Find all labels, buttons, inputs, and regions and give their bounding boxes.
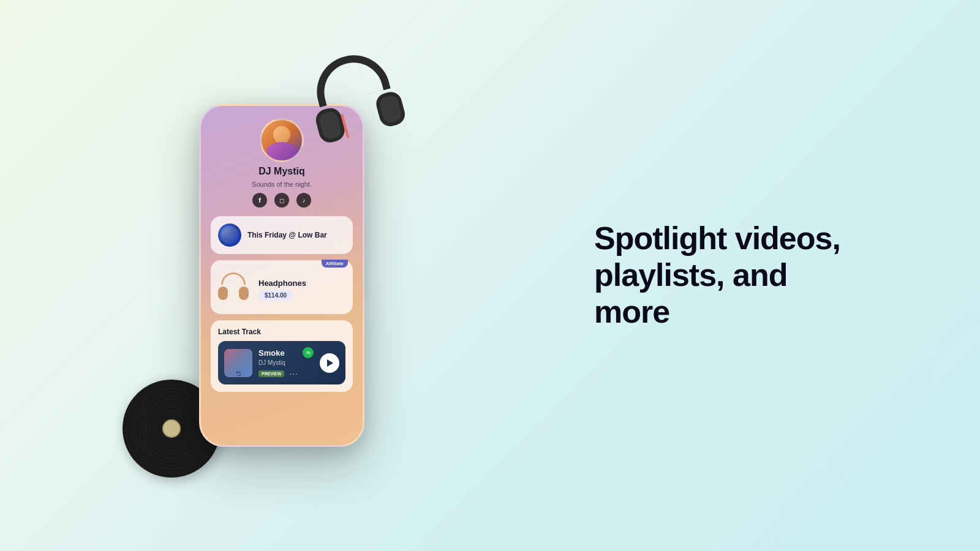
page-container: DJ Mystiq Sounds of the night. f ◻ ♪ (0, 0, 980, 551)
avatar (260, 118, 304, 162)
facebook-icon[interactable]: f (252, 193, 267, 208)
spotify-icon[interactable] (303, 347, 314, 358)
phone-area: DJ Mystiq Sounds of the night. f ◻ ♪ (110, 0, 453, 551)
headline-line2: playlists, and more (594, 257, 870, 331)
product-name: Headphones (258, 279, 345, 288)
phone-mockup: DJ Mystiq Sounds of the night. f ◻ ♪ (199, 104, 364, 447)
right-content: Spotlight videos, playlists, and more (594, 220, 870, 330)
product-card[interactable]: Affiliate Headphones $114.00 (211, 260, 353, 314)
event-label: This Friday @ Low Bar (247, 231, 327, 239)
track-name: Smoke (258, 348, 285, 358)
event-card[interactable]: This Friday @ Low Bar (211, 216, 353, 254)
price-tag: $114.00 (258, 290, 293, 301)
product-inner: Headphones $114.00 (218, 272, 345, 307)
svg-point-0 (305, 350, 311, 356)
preview-badge: PREVIEW (258, 370, 284, 377)
product-info: Headphones $114.00 (258, 279, 345, 301)
avatar-face (273, 126, 290, 143)
fh-ear-inner-right (379, 94, 403, 124)
dj-tagline: Sounds of the night. (252, 181, 312, 188)
more-options-icon[interactable]: ··· (289, 369, 298, 378)
floating-headphones (306, 49, 404, 147)
avatar-body (266, 142, 297, 160)
track-artist: DJ Mystiq (258, 359, 314, 366)
headphones-ear-left (218, 287, 228, 300)
track-section-label: Latest Track (218, 328, 345, 336)
play-triangle-icon (327, 359, 333, 367)
track-card: Latest Track 🌌 Smoke D (211, 320, 353, 392)
track-meta: Smoke DJ Mystiq PREVIEW ··· (258, 347, 314, 378)
vinyl-center (162, 419, 181, 438)
track-thumbnail: 🌌 (224, 349, 252, 377)
headphones-ear-right (239, 287, 249, 300)
track-player: 🌌 Smoke DJ Mystiq PREVIEW (218, 341, 345, 384)
headphones-3d (295, 38, 415, 158)
event-thumbnail (218, 223, 241, 247)
tiktok-icon[interactable]: ♪ (296, 193, 311, 208)
instagram-icon[interactable]: ◻ (274, 193, 289, 208)
social-icons: f ◻ ♪ (252, 193, 311, 208)
headline: Spotlight videos, playlists, and more (594, 220, 870, 330)
profile-section: DJ Mystiq Sounds of the night. f ◻ ♪ (252, 118, 312, 208)
headphones-image (218, 272, 252, 307)
track-thumb-text: 🌌 (225, 372, 251, 376)
fh-ear-left (314, 106, 347, 145)
headphones-visual (218, 272, 249, 303)
track-bottom-row: PREVIEW ··· (258, 369, 314, 378)
headline-line1: Spotlight videos, (594, 220, 870, 257)
dj-name: DJ Mystiq (258, 166, 305, 177)
headphones-band (221, 272, 246, 285)
play-button[interactable] (320, 353, 339, 373)
fh-ear-right (374, 89, 407, 129)
affiliate-badge: Affiliate (322, 260, 348, 268)
track-icons-row: Smoke (258, 347, 314, 358)
fh-ear-inner-left (318, 110, 342, 140)
